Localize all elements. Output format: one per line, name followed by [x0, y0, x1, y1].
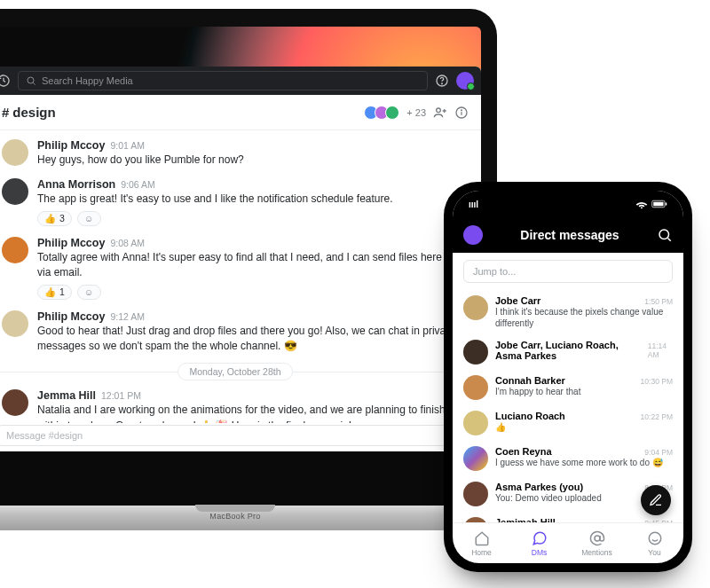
message-text: The app is great! It's easy to use and I…: [37, 192, 469, 207]
laptop-screen: Search Happy Media #design + 23: [0, 27, 481, 496]
dm-item[interactable]: Coen Reyna9:04 PMI guess we have some mo…: [453, 441, 683, 476]
phone-header: Direct messages: [453, 217, 683, 253]
dm-time: 10:22 PM: [641, 412, 673, 421]
svg-point-3: [442, 83, 443, 84]
history-icon[interactable]: [0, 74, 11, 88]
member-avatars[interactable]: [364, 106, 399, 120]
tab-dms[interactable]: DMs: [510, 523, 568, 563]
dm-name: Jobe Carr: [495, 295, 540, 306]
compose-icon: [649, 493, 663, 507]
avatar[interactable]: [2, 310, 28, 337]
channel-header: #design + 23: [0, 95, 481, 130]
message-time: 9:08 AM: [110, 238, 145, 248]
search-icon[interactable]: [657, 227, 673, 243]
info-icon[interactable]: [454, 106, 469, 120]
chat-icon: [532, 530, 548, 546]
message: Philip Mccoy9:01 AM Hey guys, how do you…: [0, 134, 481, 173]
dm-time: 1:50 PM: [644, 297, 673, 306]
dm-item[interactable]: Jobe Carr1:50 PMI think it's because the…: [453, 290, 683, 334]
message-text: Good to hear that! Just drag and drop fi…: [37, 324, 469, 355]
compose-fab[interactable]: [641, 485, 671, 515]
search-icon: [26, 75, 36, 86]
tab-home[interactable]: Home: [453, 523, 510, 563]
message-composer[interactable]: Message #design: [0, 425, 472, 446]
message-time: 12:01 PM: [101, 390, 141, 401]
message-author[interactable]: Philip Mccoy: [37, 237, 105, 249]
dm-preview: I guess we have some more work to do 😅: [495, 458, 673, 469]
avatar[interactable]: [2, 237, 28, 263]
face-icon: [647, 530, 663, 546]
wifi-icon: [635, 200, 648, 208]
help-icon[interactable]: [435, 74, 449, 88]
avatar[interactable]: [2, 139, 28, 166]
svg-rect-11: [653, 202, 663, 207]
day-divider: Monday, October 28th: [0, 363, 476, 380]
dm-preview: I'm happy to hear that: [495, 387, 673, 398]
avatar: [463, 411, 488, 435]
dm-name: Connah Barker: [495, 375, 565, 386]
dm-item[interactable]: Connah Barker10:30 PMI'm happy to hear t…: [453, 370, 683, 405]
dm-item[interactable]: Jobe Carr, Luciano Roach, Asma Parkes11:…: [453, 334, 683, 370]
message: Philip Mccoy9:08 AM Totally agree with A…: [0, 231, 481, 305]
message-text: Totally agree with Anna! It's super easy…: [37, 250, 469, 281]
reaction[interactable]: 👍 3: [37, 211, 72, 226]
message-author[interactable]: Anna Morrison: [37, 178, 115, 191]
message-time: 9:01 AM: [110, 140, 145, 151]
laptop-label: MacBook Pro: [209, 512, 260, 521]
laptop-hinge-notch: [195, 505, 275, 512]
phone-notch: [519, 191, 617, 208]
tab-mentions[interactable]: Mentions: [568, 523, 626, 563]
message: Anna Morrison9:06 AM The app is great! I…: [0, 173, 481, 231]
avatar: [463, 446, 488, 471]
dm-name: Jobe Carr, Luciano Roach, Asma Parkes: [495, 340, 643, 361]
dm-time: 9:04 PM: [644, 448, 673, 457]
add-reaction[interactable]: ☺: [77, 211, 101, 226]
dm-name: Asma Parkes (you): [495, 482, 583, 492]
message: Jemma Hill12:01 PM Natalia and I are wor…: [0, 384, 481, 423]
battery-icon: [651, 200, 667, 208]
add-reaction[interactable]: ☺: [77, 285, 101, 300]
avatar[interactable]: [2, 178, 28, 205]
profile-avatar[interactable]: [463, 225, 483, 245]
avatar[interactable]: [2, 389, 28, 416]
svg-rect-12: [666, 203, 667, 206]
message-author[interactable]: Philip Mccoy: [37, 139, 105, 152]
laptop-device: Search Happy Media #design + 23: [0, 9, 497, 559]
message-list[interactable]: Philip Mccoy9:01 AM Hey guys, how do you…: [0, 130, 481, 423]
avatar: [463, 295, 488, 320]
svg-point-0: [28, 77, 34, 83]
avatar: [463, 482, 488, 506]
svg-point-9: [462, 109, 462, 110]
channel-name[interactable]: #design: [2, 105, 56, 120]
composer-placeholder: Message #design: [6, 430, 83, 441]
dm-preview: I think it's because the pixels change v…: [495, 307, 673, 329]
jump-placeholder: Jump to...: [473, 266, 516, 277]
tab-bar: Home DMs Mentions You: [453, 522, 683, 563]
message-author[interactable]: Philip Mccoy: [37, 310, 105, 323]
message-text: Natalia and I are working on the animati…: [37, 403, 469, 423]
avatar: [463, 375, 488, 400]
svg-point-4: [437, 108, 441, 113]
message-time: 9:12 AM: [110, 311, 145, 322]
global-search[interactable]: Search Happy Media: [18, 71, 428, 90]
reaction[interactable]: 👍 1: [37, 285, 72, 300]
dm-name: Luciano Roach: [495, 411, 565, 421]
dm-name: Coen Reyna: [495, 446, 552, 457]
dm-item[interactable]: Luciano Roach10:22 PM👍: [453, 405, 683, 441]
at-icon: [589, 530, 605, 546]
search-placeholder: Search Happy Media: [42, 75, 133, 86]
jump-to-input[interactable]: Jump to...: [463, 260, 673, 283]
profile-avatar[interactable]: [456, 72, 474, 90]
message-author[interactable]: Jemma Hill: [37, 389, 96, 402]
svg-point-15: [595, 536, 600, 541]
dm-time: 10:30 PM: [641, 377, 673, 386]
svg-line-1: [33, 82, 35, 84]
dm-time: 11:14 AM: [648, 341, 673, 359]
laptop-bezel: Search Happy Media #design + 23: [0, 9, 497, 510]
dm-preview: 👍: [495, 422, 673, 434]
add-people-icon[interactable]: [433, 106, 447, 120]
avatar: [463, 340, 488, 365]
phone-device: ıııl 9:41 Direct messages Jump to... Job…: [444, 182, 692, 572]
tab-you[interactable]: You: [626, 523, 683, 563]
svg-point-16: [649, 532, 661, 545]
